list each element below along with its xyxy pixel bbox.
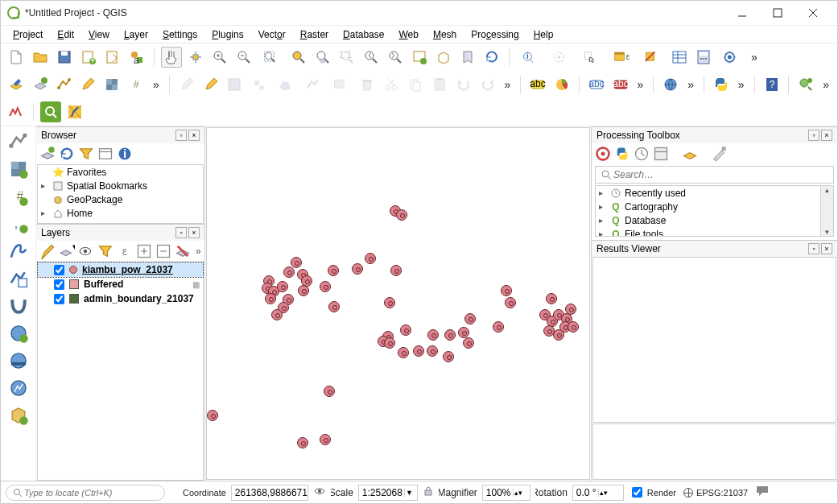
new-print-layout-icon[interactable]: + [78, 47, 99, 68]
messages-icon[interactable] [755, 484, 770, 501]
raster-layer-icon[interactable] [101, 74, 122, 95]
map-point[interactable] [265, 293, 276, 304]
python-console-icon[interactable] [711, 74, 732, 95]
qgis-server-icon[interactable] [64, 101, 85, 122]
layer-check-1[interactable] [54, 279, 64, 290]
help-icon[interactable]: ? [762, 74, 782, 95]
new-map-view-icon[interactable] [409, 47, 430, 68]
map-point[interactable] [352, 263, 363, 275]
proc-row-recent[interactable]: ▸Recently used [596, 186, 833, 200]
proc-results-icon[interactable] [653, 146, 669, 162]
extents-icon[interactable] [313, 485, 326, 500]
layer-collapse-icon[interactable] [155, 243, 171, 259]
browser-tree[interactable]: ⭐Favorites ▸Spatial Bookmarks GeoPackage… [37, 164, 204, 224]
quick-osm-icon[interactable] [40, 101, 61, 122]
menu-database[interactable]: Database [336, 27, 391, 43]
minimize-button[interactable] [724, 2, 760, 24]
menu-settings[interactable]: Settings [155, 27, 204, 43]
map-point[interactable] [324, 386, 335, 397]
new-3d-view-icon[interactable] [433, 47, 454, 68]
add-raster-icon[interactable] [8, 159, 29, 180]
map-point[interactable] [298, 285, 309, 296]
edit-layer-icon[interactable] [6, 74, 27, 95]
identify-icon[interactable]: i [516, 47, 543, 68]
processing-tree[interactable]: ▸Recently used ▸QCartography ▸QDatabase … [595, 185, 834, 237]
zoom-next-icon[interactable] [385, 47, 406, 68]
add-wcs-icon[interactable] [8, 350, 29, 371]
pan-icon[interactable] [161, 47, 182, 68]
menu-edit[interactable]: Edit [50, 27, 81, 43]
locator-input[interactable] [23, 487, 158, 498]
map-point[interactable] [384, 337, 395, 349]
proc-row-cartography[interactable]: ▸QCartography [596, 200, 833, 213]
map-point[interactable] [501, 285, 512, 296]
layout-manager-icon[interactable] [102, 47, 123, 68]
map-point[interactable] [390, 265, 402, 276]
map-point[interactable] [413, 345, 424, 357]
new-shapefile-icon[interactable] [30, 74, 51, 95]
zoom-selection-icon[interactable] [288, 47, 309, 68]
label-highlight-icon[interactable]: abc [586, 74, 607, 95]
toolbar-overflow-2b[interactable]: » [501, 78, 514, 91]
processing-close-icon[interactable]: × [821, 130, 832, 141]
map-point[interactable] [365, 253, 376, 264]
map-point[interactable] [291, 257, 302, 268]
processing-scrollbar[interactable]: ▴▾ [820, 186, 833, 236]
layer-style-icon[interactable] [39, 243, 56, 259]
browser-close-icon[interactable]: × [188, 130, 200, 141]
toolbar-overflow-2a[interactable]: » [150, 78, 163, 91]
vector-layer-icon[interactable] [54, 74, 75, 95]
proc-row-database[interactable]: ▸QDatabase [596, 213, 833, 227]
map-point[interactable] [443, 351, 454, 362]
browser-properties-icon[interactable]: i [117, 146, 133, 162]
add-vector-icon[interactable] [8, 131, 29, 152]
proc-options-icon[interactable] [711, 146, 727, 162]
label-abc-icon[interactable]: abc [527, 74, 548, 95]
zoom-full-icon[interactable] [258, 47, 285, 68]
zoom-native-icon[interactable]: 1:1 [336, 47, 357, 68]
select-features-icon[interactable] [577, 47, 605, 68]
map-point[interactable] [458, 327, 469, 338]
proc-script-icon[interactable] [614, 146, 630, 162]
toolbar-overflow-2f[interactable]: » [819, 78, 832, 91]
map-point[interactable] [427, 329, 439, 341]
map-point[interactable] [444, 329, 456, 341]
map-point[interactable] [565, 304, 576, 315]
map-point[interactable] [283, 266, 295, 278]
browser-row-favorites[interactable]: ⭐Favorites [38, 165, 203, 179]
layer-add-group-icon[interactable]: ▾ [59, 243, 75, 259]
proc-history-icon[interactable] [634, 146, 650, 162]
map-point[interactable] [493, 321, 504, 333]
menu-view[interactable]: View [81, 27, 117, 43]
map-point[interactable] [398, 347, 409, 358]
layers-overflow[interactable]: » [194, 246, 203, 257]
processing-search[interactable] [595, 166, 834, 184]
map-point[interactable] [271, 309, 283, 320]
map-point[interactable] [207, 410, 218, 421]
field-calculator-icon[interactable] [693, 47, 714, 68]
toolbar-overflow-2e[interactable]: » [735, 78, 748, 91]
results-secondary[interactable] [592, 423, 836, 480]
layers-tree[interactable]: kiambu_pow_21037 Buffered ▦ admin_bounda… [37, 262, 204, 481]
menu-layer[interactable]: Layer [117, 27, 155, 43]
browser-float-icon[interactable]: ▫ [175, 130, 187, 141]
menu-mesh[interactable]: Mesh [426, 27, 464, 43]
map-point[interactable] [463, 337, 474, 349]
browser-row-bookmarks[interactable]: ▸Spatial Bookmarks [38, 179, 203, 192]
map-point[interactable] [400, 324, 411, 336]
add-wms-icon[interactable] [8, 323, 29, 344]
render-toggle[interactable]: Render [629, 485, 676, 500]
zoom-last-icon[interactable] [361, 47, 382, 68]
menu-web[interactable]: Web [391, 27, 425, 43]
deselect-icon[interactable] [638, 47, 666, 68]
browser-refresh-icon[interactable] [59, 146, 75, 162]
add-geopackage-icon[interactable] [8, 405, 29, 426]
processing-search-input[interactable] [612, 168, 828, 181]
results-float-icon[interactable]: ▫ [808, 243, 819, 254]
map-point[interactable] [320, 434, 331, 445]
map-point[interactable] [320, 281, 331, 292]
layer-expand-icon[interactable] [136, 243, 152, 259]
add-delimited-icon[interactable]: , [8, 213, 29, 234]
scale-combobox[interactable]: 1:252068▼ [358, 485, 418, 501]
map-point[interactable] [297, 437, 308, 448]
